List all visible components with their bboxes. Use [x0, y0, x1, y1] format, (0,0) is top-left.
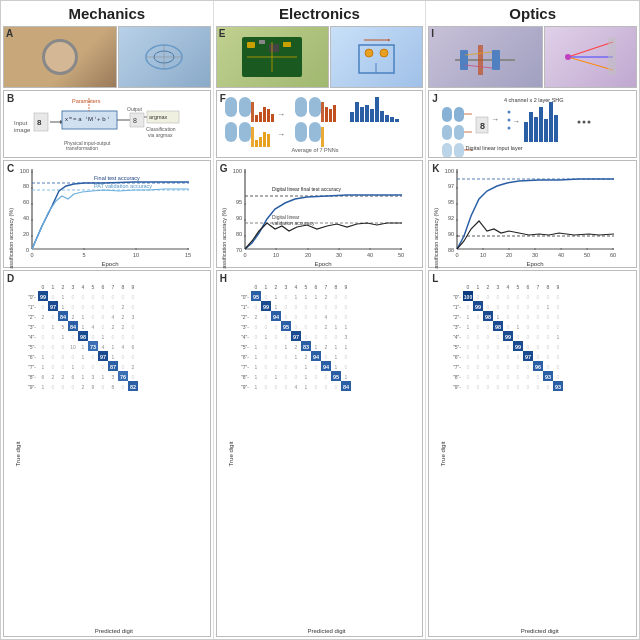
svg-text:20: 20 [23, 231, 29, 237]
svg-text:3: 3 [497, 284, 500, 290]
svg-text:1: 1 [82, 324, 85, 330]
svg-text:image: image [14, 127, 31, 133]
svg-text:95: 95 [236, 199, 242, 205]
main-container: Mechanics A B [0, 0, 640, 640]
svg-text:i: i [86, 115, 87, 120]
svg-text:90: 90 [236, 215, 242, 221]
svg-text:0: 0 [102, 304, 105, 310]
svg-text:0: 0 [537, 294, 540, 300]
svg-text:0: 0 [274, 354, 277, 360]
svg-text:"2"-: "2"- [453, 314, 461, 320]
svg-text:1: 1 [294, 294, 297, 300]
svg-text:8: 8 [133, 117, 137, 124]
svg-text:0: 0 [314, 314, 317, 320]
svg-text:0: 0 [122, 384, 125, 390]
svg-text:0: 0 [507, 364, 510, 370]
svg-text:"0"-: "0"- [453, 294, 461, 300]
svg-text:0: 0 [112, 294, 115, 300]
svg-text:0: 0 [264, 344, 267, 350]
svg-rect-202 [251, 102, 254, 122]
electronics-header: Electronics [216, 3, 424, 26]
svg-rect-220 [333, 105, 336, 122]
svg-text:1: 1 [477, 284, 480, 290]
svg-text:Classification accuracy (%): Classification accuracy (%) [221, 208, 227, 269]
svg-text:0: 0 [274, 334, 277, 340]
svg-text:2: 2 [62, 284, 65, 290]
svg-text:1: 1 [42, 354, 45, 360]
svg-text:0: 0 [344, 314, 347, 320]
svg-text:40: 40 [558, 252, 564, 258]
svg-text:83: 83 [303, 344, 309, 350]
svg-text:1: 1 [82, 344, 85, 350]
svg-text:7: 7 [324, 284, 327, 290]
svg-text:0: 0 [477, 324, 480, 330]
svg-text:0: 0 [507, 294, 510, 300]
svg-text:0: 0 [477, 384, 480, 390]
svg-text:0: 0 [477, 344, 480, 350]
svg-text:8: 8 [480, 121, 485, 131]
label-f: F [218, 92, 228, 105]
svg-text:= a: = a [73, 116, 82, 122]
svg-rect-410 [454, 125, 464, 140]
svg-rect-235 [395, 119, 399, 122]
svg-rect-232 [380, 111, 384, 122]
svg-text:1: 1 [284, 344, 287, 350]
svg-text:2: 2 [294, 344, 297, 350]
svg-text:0: 0 [334, 314, 337, 320]
svg-text:1: 1 [274, 294, 277, 300]
svg-text:0: 0 [52, 334, 55, 340]
svg-text:0: 0 [72, 294, 75, 300]
matrix-d: D True digit 0 1 2 3 4 5 6 7 8 [3, 270, 211, 637]
svg-text:0: 0 [467, 304, 470, 310]
svg-text:3: 3 [284, 284, 287, 290]
svg-text:0: 0 [324, 354, 327, 360]
svg-text:"3"-: "3"- [28, 324, 36, 330]
svg-text:Input: Input [14, 120, 28, 126]
svg-text:1: 1 [42, 364, 45, 370]
photo-i-left [428, 26, 542, 88]
svg-text:100: 100 [232, 168, 241, 174]
svg-text:Classification accuracy (%): Classification accuracy (%) [433, 208, 439, 269]
svg-text:8: 8 [37, 118, 42, 127]
svg-text:0: 0 [547, 294, 550, 300]
svg-text:84: 84 [60, 314, 67, 320]
svg-text:1: 1 [112, 344, 115, 350]
svg-point-432 [582, 120, 585, 123]
svg-text:2: 2 [122, 304, 125, 310]
photo-a-right [118, 26, 211, 88]
svg-text:6: 6 [527, 284, 530, 290]
svg-text:3: 3 [112, 374, 115, 380]
svg-text:→: → [512, 117, 520, 126]
svg-text:0: 0 [264, 314, 267, 320]
svg-text:99: 99 [475, 304, 481, 310]
svg-text:6: 6 [132, 344, 135, 350]
svg-text:10: 10 [133, 252, 139, 258]
svg-text:0: 0 [254, 324, 257, 330]
svg-text:4: 4 [102, 344, 105, 350]
svg-text:0: 0 [537, 334, 540, 340]
svg-text:0: 0 [467, 284, 470, 290]
svg-text:4: 4 [294, 384, 297, 390]
svg-text:1: 1 [304, 384, 307, 390]
svg-text:0: 0 [324, 384, 327, 390]
svg-text:5: 5 [304, 284, 307, 290]
svg-text:99: 99 [40, 294, 46, 300]
svg-text:7: 7 [537, 284, 540, 290]
svg-point-433 [587, 120, 590, 123]
svg-text:Digital linear input layer: Digital linear input layer [465, 145, 522, 151]
svg-text:"1"-: "1"- [241, 304, 249, 310]
svg-text:100: 100 [464, 294, 473, 300]
svg-text:99: 99 [263, 304, 269, 310]
svg-text:1: 1 [467, 314, 470, 320]
svg-text:98: 98 [485, 314, 491, 320]
svg-rect-212 [259, 137, 262, 147]
svg-text:3: 3 [344, 334, 347, 340]
svg-text:argmax: argmax [149, 114, 168, 120]
svg-text:97: 97 [525, 354, 531, 360]
svg-text:0: 0 [294, 314, 297, 320]
svg-text:0: 0 [467, 384, 470, 390]
svg-text:1: 1 [72, 364, 75, 370]
svg-text:1: 1 [547, 304, 550, 310]
svg-text:5: 5 [92, 284, 95, 290]
svg-rect-427 [544, 119, 548, 142]
